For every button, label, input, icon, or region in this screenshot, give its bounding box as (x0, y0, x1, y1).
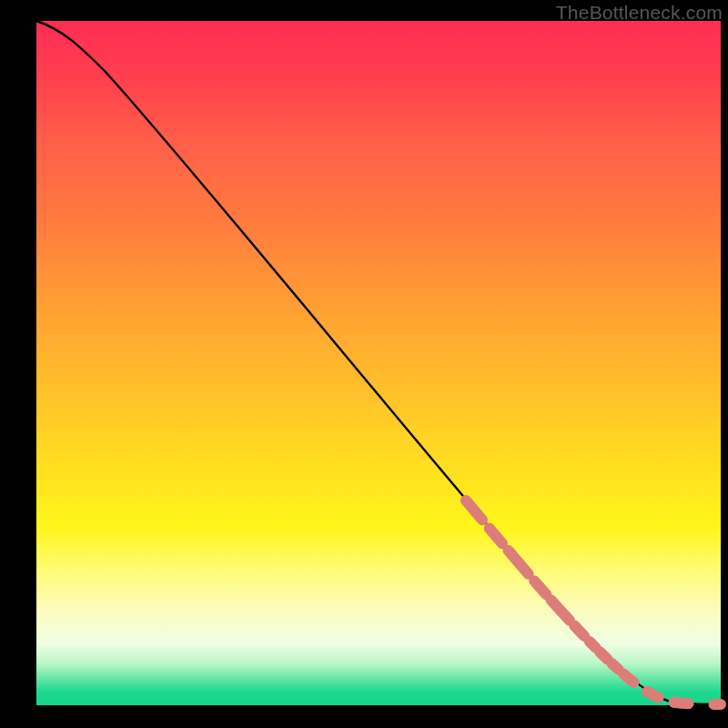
chart-frame: TheBottleneck.com (0, 0, 728, 728)
plot-area (36, 21, 721, 705)
main-curve (36, 21, 721, 704)
highlight-segment (466, 500, 721, 704)
watermark-text: TheBottleneck.com (556, 2, 723, 24)
chart-svg (36, 21, 721, 705)
